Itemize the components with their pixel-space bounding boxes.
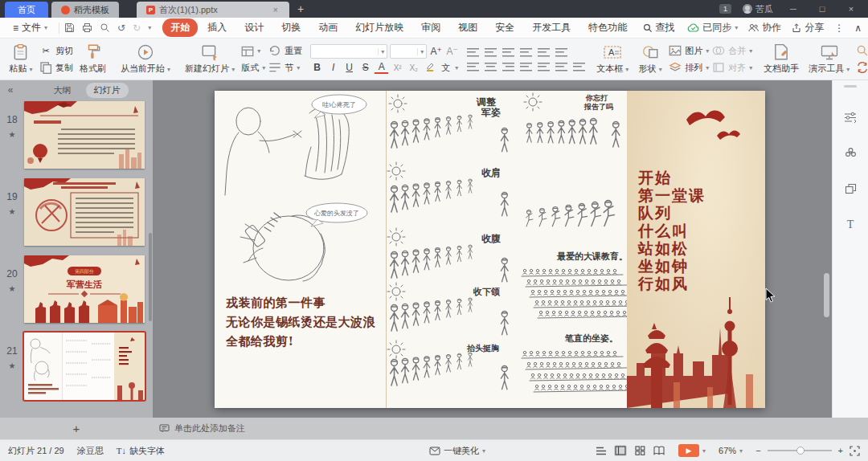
panel-scrollbar-thumb[interactable] xyxy=(149,233,152,321)
justify-icon[interactable] xyxy=(520,62,532,71)
slide-sorter-view-icon[interactable] xyxy=(633,445,646,456)
cut-button[interactable]: ✂剪切 xyxy=(39,44,73,57)
zoom-level[interactable]: 67% ▾ xyxy=(719,446,743,455)
layout-button[interactable]: 版式▾ xyxy=(241,62,265,74)
new-slide-button[interactable]: 新建幻灯片 ▾ xyxy=(182,43,238,75)
menu-tab-view[interactable]: 视图 xyxy=(450,18,485,37)
slide-canvas[interactable]: 哇!心疼死了 心爱的头发没了 xyxy=(153,80,821,418)
find-menu[interactable]: 查找 xyxy=(643,21,674,35)
line-spacing-icon[interactable] xyxy=(538,47,550,57)
slide-caption-line1[interactable]: 戎装前的第一件事 xyxy=(226,296,326,311)
normal-view-icon[interactable] xyxy=(614,445,627,456)
sync-status[interactable]: 已同步 ▾ xyxy=(687,21,738,35)
quick-access-caret-icon[interactable]: ▾ xyxy=(148,24,151,31)
slide-thumbnail-20[interactable]: 第四部分 军营生活 xyxy=(24,255,145,323)
smart-beautify-icon[interactable] xyxy=(845,147,857,162)
align-objects-button[interactable]: 对齐▾ xyxy=(712,61,752,74)
slide-left-page[interactable]: 哇!心疼死了 心爱的头发没了 xyxy=(215,91,386,408)
section-button[interactable]: 节▾ xyxy=(268,61,302,74)
tab-home[interactable]: 首页 xyxy=(5,2,48,18)
italic-button[interactable]: I xyxy=(326,62,340,73)
menu-tab-devtools[interactable]: 开发工具 xyxy=(524,18,579,37)
tab-slides[interactable]: 幻灯片 xyxy=(86,83,129,98)
share-button[interactable]: 分享 xyxy=(792,21,824,35)
strikethrough-button[interactable]: S xyxy=(358,62,372,73)
font-size-input[interactable] xyxy=(391,47,417,56)
copy-button[interactable]: 复制 xyxy=(39,61,73,74)
close-button[interactable]: × xyxy=(842,4,860,14)
decrease-font-button[interactable]: A⁻ xyxy=(445,46,459,57)
merge-shapes-button[interactable]: 合并▾ xyxy=(712,44,752,57)
collaborate-button[interactable]: 协作 xyxy=(748,21,781,35)
tab-outline[interactable]: 大纲 xyxy=(46,83,80,98)
align-center-icon[interactable] xyxy=(485,62,497,71)
align-right-icon[interactable] xyxy=(502,62,514,71)
slide-middle-page[interactable]: 调整 军姿 收肩 收腹 收下颌 xyxy=(387,91,627,408)
present-tools-button[interactable]: 演示工具 ▾ xyxy=(805,43,853,75)
character-tool-button[interactable]: 文 xyxy=(439,62,452,74)
zoom-slider[interactable] xyxy=(768,450,832,451)
underline-button[interactable]: U xyxy=(342,62,356,73)
reading-view-icon[interactable] xyxy=(653,445,665,456)
increase-indent-icon[interactable] xyxy=(520,47,532,57)
fit-to-window-icon[interactable] xyxy=(850,446,860,456)
canvas-scrollbar-thumb[interactable] xyxy=(824,273,829,317)
font-family-input[interactable] xyxy=(311,47,378,56)
text-direction-icon[interactable] xyxy=(555,47,567,57)
highlight-button[interactable] xyxy=(423,62,436,74)
file-menu[interactable]: ≡ 文件 ▾ xyxy=(6,21,54,35)
more-menu-icon[interactable]: ⋮ xyxy=(834,22,844,34)
notes-input[interactable]: 单击此处添加备注 xyxy=(153,422,868,434)
beautify-button[interactable]: 一键美化 ▾ xyxy=(429,445,485,457)
play-slideshow-button[interactable]: ▶ xyxy=(678,444,699,457)
slide-thumbnail-19[interactable] xyxy=(24,178,145,246)
slide-right-zone[interactable]: 开始 第一堂课 队列 什么叫 站如松 坐如钟 行如风 xyxy=(627,91,765,408)
font-family-combobox[interactable]: ▾ xyxy=(310,44,387,59)
user-account[interactable]: 苦瓜 xyxy=(743,3,773,15)
tab-docer[interactable]: 稻壳模板 xyxy=(51,2,119,18)
distribute-icon[interactable] xyxy=(538,62,550,71)
print-preview-icon[interactable] xyxy=(100,22,110,33)
reset-button[interactable]: 重置 xyxy=(268,44,302,57)
zoom-out-button[interactable]: − xyxy=(755,446,760,455)
slide-caption-line2[interactable]: 无论你是锡纸烫还是大波浪 xyxy=(226,315,375,330)
align-left-icon[interactable] xyxy=(467,62,479,71)
collapse-panel-button[interactable]: « xyxy=(0,84,21,96)
tab-close-icon[interactable]: × xyxy=(272,5,280,14)
textbox-button[interactable]: A 文本框 ▾ xyxy=(593,43,632,75)
collapse-ribbon-icon[interactable]: ∧ xyxy=(854,22,862,34)
zoom-slider-knob[interactable] xyxy=(796,447,805,455)
replace-button[interactable]: 替换 xyxy=(856,61,868,74)
menu-tab-design[interactable]: 设计 xyxy=(236,18,272,37)
print-icon[interactable] xyxy=(82,22,92,33)
menu-tab-features[interactable]: 特色功能 xyxy=(580,18,635,37)
menu-tab-review[interactable]: 审阅 xyxy=(413,18,448,37)
slide-caption-line3[interactable]: 全都给我剪! xyxy=(226,334,294,349)
bold-button[interactable]: B xyxy=(310,62,324,73)
font-color-button[interactable]: A xyxy=(375,61,388,74)
layers-icon[interactable] xyxy=(845,183,857,198)
slide-thumbnail-21[interactable] xyxy=(24,332,145,400)
menu-tab-home[interactable]: 开始 xyxy=(162,18,198,37)
canvas-scrollbar[interactable] xyxy=(821,80,832,418)
superscript-button[interactable]: X² xyxy=(391,63,404,72)
slide-21-editing-area[interactable]: 哇!心疼死了 心爱的头发没了 xyxy=(215,91,765,408)
outline-view-icon[interactable] xyxy=(595,445,608,456)
layout-icon-button[interactable]: ▾ xyxy=(241,45,265,58)
menu-tab-animation[interactable]: 动画 xyxy=(310,18,346,37)
picture-button[interactable]: 图片▾ xyxy=(669,44,709,57)
subscript-button[interactable]: X₂ xyxy=(407,63,420,72)
decrease-indent-icon[interactable] xyxy=(502,47,514,57)
undo-icon[interactable]: ↺ xyxy=(117,22,125,34)
columns-icon[interactable] xyxy=(555,62,567,71)
missing-font-warning[interactable]: T↓ 缺失字体 xyxy=(117,445,165,457)
menu-tab-security[interactable]: 安全 xyxy=(487,18,522,37)
shapes-button[interactable]: 形状 ▾ xyxy=(635,43,665,75)
new-tab-button[interactable]: + xyxy=(297,2,304,15)
restore-button[interactable]: □ xyxy=(813,4,831,14)
doc-assistant-button[interactable]: 文档助手 xyxy=(760,43,802,75)
text-align-top-icon[interactable] xyxy=(573,62,585,71)
slide-thumbnail-18[interactable] xyxy=(24,101,145,169)
object-properties-icon[interactable] xyxy=(844,112,857,126)
add-slide-button[interactable]: + xyxy=(0,422,153,435)
